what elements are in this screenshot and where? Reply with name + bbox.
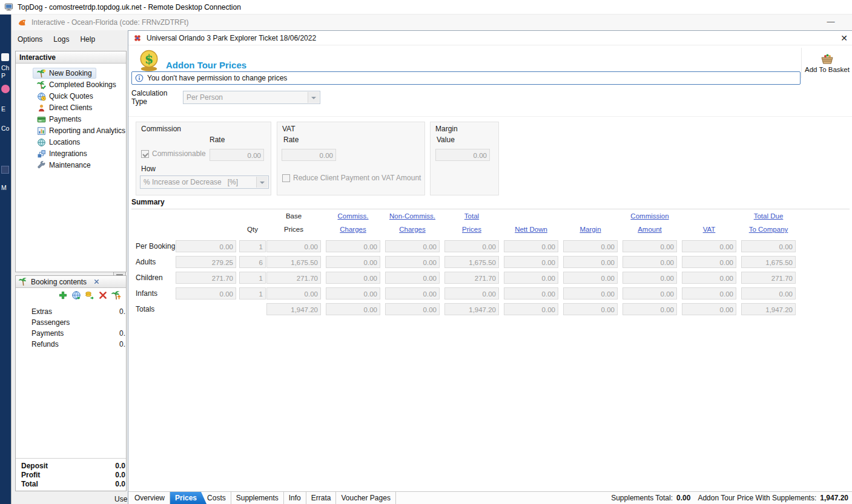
children-cell[interactable]: 0.00 — [385, 272, 440, 284]
tab-costs[interactable]: Costs — [202, 492, 231, 504]
per-booking-cell[interactable]: 0.00 — [326, 240, 380, 252]
tab-supplements[interactable]: Supplements — [231, 492, 284, 504]
totals-cell[interactable]: 1,947.20 — [266, 303, 321, 315]
summary-col-link-total[interactable]: Total — [438, 212, 505, 221]
totals-cell[interactable]: 0.00 — [563, 303, 618, 315]
summary-col-link-commission[interactable]: Commission — [616, 212, 683, 221]
sidebar-item-completed-bookings[interactable]: Completed Bookings — [33, 79, 121, 90]
summary-col-link-nett-down[interactable]: Nett Down — [498, 226, 564, 235]
totals-cell[interactable]: 1,947.20 — [741, 303, 796, 315]
per-booking-cell[interactable]: 0.00 — [504, 240, 558, 252]
per-booking-cell[interactable]: 0.00 — [563, 240, 618, 252]
palm-up-icon[interactable] — [111, 290, 121, 300]
calculation-type-select[interactable]: Per Person — [183, 91, 320, 104]
children-price-field[interactable]: 271.70 — [176, 272, 236, 284]
children-qty-field[interactable]: 1 — [239, 272, 266, 284]
infants-cell[interactable]: 0.00 — [682, 287, 736, 299]
tab-info[interactable]: Info — [284, 492, 306, 504]
sidebar-item-reporting-and-analytics[interactable]: Reporting and Analytics — [33, 125, 130, 136]
totals-cell[interactable]: 0.00 — [385, 303, 440, 315]
adults-cell[interactable]: 1,675.50 — [444, 256, 499, 268]
summary-col-link-prices[interactable]: Prices — [438, 226, 505, 235]
summary-col-link-to-company[interactable]: To Company — [735, 226, 802, 235]
infants-cell[interactable]: 0.00 — [504, 287, 558, 299]
sidebar-item-direct-clients[interactable]: Direct Clients — [33, 102, 96, 113]
summary-col-link-non-commiss[interactable]: Non-Commiss. — [379, 212, 446, 221]
summary-col-link-charges[interactable]: Charges — [379, 226, 446, 235]
children-cell[interactable]: 0.00 — [326, 272, 380, 284]
money-transfer-icon[interactable] — [85, 290, 94, 300]
per-booking-price-field[interactable]: 0.00 — [176, 240, 236, 252]
infants-price-field[interactable]: 0.00 — [176, 287, 236, 299]
children-cell[interactable]: 0.00 — [504, 272, 558, 284]
menu-logs[interactable]: Logs — [53, 35, 69, 44]
booking-contents-item-payments[interactable]: Payments0. — [16, 328, 126, 339]
adults-cell[interactable]: 0.00 — [563, 256, 618, 268]
tab-voucher-pages[interactable]: Voucher Pages — [336, 492, 395, 504]
totals-cell[interactable]: 1,947.20 — [444, 303, 499, 315]
infants-qty-field[interactable]: 1 — [239, 287, 266, 299]
menu-help[interactable]: Help — [80, 35, 95, 44]
sidebar-item-maintenance[interactable]: Maintenance — [33, 160, 95, 171]
add-to-basket-button[interactable]: Add To Basket — [801, 48, 852, 78]
children-cell[interactable]: 0.00 — [622, 272, 677, 284]
margin-value-field[interactable]: 0.00 — [435, 149, 490, 161]
sidebar-item-new-booking[interactable]: New Booking — [33, 68, 96, 79]
add-icon[interactable] — [58, 290, 68, 300]
sidebar-item-integrations[interactable]: Integrations — [33, 148, 91, 159]
adults-cell[interactable]: 0.00 — [504, 256, 558, 268]
tab-overview[interactable]: Overview — [130, 492, 170, 504]
totals-cell[interactable]: 0.00 — [622, 303, 677, 315]
adults-cell[interactable]: 0.00 — [385, 256, 440, 268]
delete-icon[interactable] — [98, 290, 108, 300]
summary-col-link-commiss[interactable]: Commiss. — [320, 212, 386, 221]
infants-cell[interactable]: 0.00 — [266, 287, 321, 299]
tab-errata[interactable]: Errata — [306, 492, 337, 504]
booking-contents-item-passengers[interactable]: Passengers — [16, 317, 126, 328]
commission-how-select[interactable]: % Increase or Decrease [%] — [140, 175, 269, 189]
totals-cell[interactable]: 0.00 — [682, 303, 736, 315]
sidebar-item-payments[interactable]: Payments — [33, 114, 85, 125]
sidebar-item-quick-quotes[interactable]: Quick Quotes — [33, 91, 97, 102]
per-booking-cell[interactable]: 0.00 — [741, 240, 796, 252]
summary-col-link-total-due[interactable]: Total Due — [735, 212, 802, 221]
infants-cell[interactable]: 0.00 — [326, 287, 380, 299]
per-booking-cell[interactable]: 0.00 — [682, 240, 736, 252]
adults-price-field[interactable]: 279.25 — [176, 256, 236, 268]
adults-cell[interactable]: 0.00 — [682, 256, 736, 268]
commission-rate-field[interactable]: 0.00 — [210, 149, 264, 161]
minimize-button[interactable]: — — [822, 15, 840, 30]
children-cell[interactable]: 271.70 — [444, 272, 499, 284]
infants-cell[interactable]: 0.00 — [622, 287, 677, 299]
summary-col-link-vat[interactable]: VAT — [676, 226, 742, 235]
close-icon[interactable]: ✕ — [838, 32, 850, 44]
menu-options[interactable]: Options — [18, 35, 42, 44]
sidebar-item-locations[interactable]: Locations — [33, 137, 84, 148]
totals-cell[interactable]: 0.00 — [504, 303, 558, 315]
booking-contents-item-refunds[interactable]: Refunds0. — [16, 339, 126, 350]
per-booking-cell[interactable]: 0.00 — [266, 240, 321, 252]
summary-col-link-charges[interactable]: Charges — [320, 226, 386, 235]
infants-cell[interactable]: 0.00 — [385, 287, 440, 299]
children-cell[interactable]: 0.00 — [682, 272, 736, 284]
per-booking-cell[interactable]: 0.00 — [444, 240, 499, 252]
infants-cell[interactable]: 0.00 — [444, 287, 499, 299]
per-booking-qty-field[interactable]: 1 — [239, 240, 266, 252]
per-booking-cell[interactable]: 0.00 — [385, 240, 440, 252]
per-booking-cell[interactable]: 0.00 — [622, 240, 677, 252]
adults-cell[interactable]: 0.00 — [622, 256, 677, 268]
infants-cell[interactable]: 0.00 — [741, 287, 796, 299]
adults-qty-field[interactable]: 6 — [239, 256, 266, 268]
adults-cell[interactable]: 1,675.50 — [741, 256, 796, 268]
infants-cell[interactable]: 0.00 — [563, 287, 618, 299]
commissionable-checkbox[interactable] — [141, 150, 149, 158]
children-cell[interactable]: 0.00 — [563, 272, 618, 284]
children-cell[interactable]: 271.70 — [266, 272, 321, 284]
adults-cell[interactable]: 1,675.50 — [266, 256, 321, 268]
globe-transfer-icon[interactable] — [71, 290, 81, 300]
children-cell[interactable]: 271.70 — [741, 272, 796, 284]
close-panel-icon[interactable] — [93, 278, 100, 285]
vat-rate-field[interactable]: 0.00 — [282, 149, 336, 161]
booking-contents-item-extras[interactable]: Extras0. — [16, 306, 126, 317]
tab-prices[interactable]: Prices — [170, 492, 206, 504]
